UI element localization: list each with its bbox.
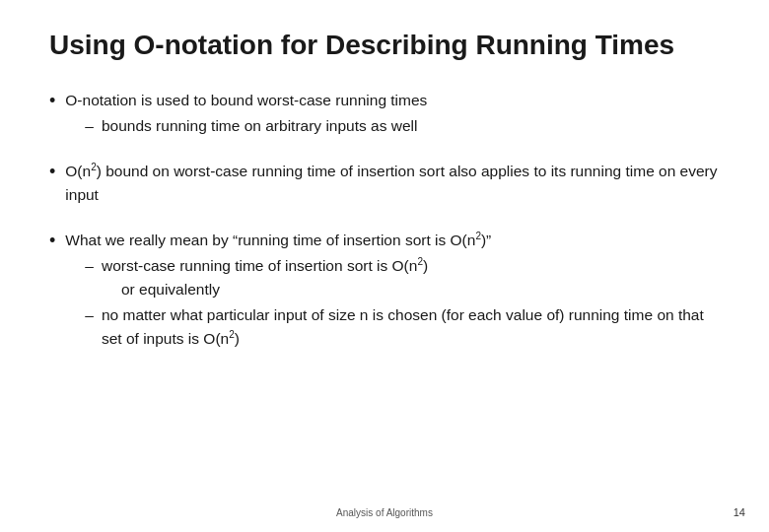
bullet-2-prefix: O(n xyxy=(65,163,91,179)
sub-3-2-prefix: no matter what particular input of size … xyxy=(102,306,704,347)
sub-3-1-prefix: worst-case running time of insertion sor… xyxy=(102,257,417,274)
sub-3-1-line: worst-case running time of insertion sor… xyxy=(102,254,720,278)
bullet-dot-2: • xyxy=(49,160,55,184)
slide: Using O-notation for Describing Running … xyxy=(0,0,769,532)
bullet-dot-1: • xyxy=(49,89,55,113)
dash-3-1: – xyxy=(85,254,94,278)
bullet-text-3: What we really mean by “running time of … xyxy=(65,229,720,351)
bullet-text-2: O(n2) bound on worst-case running time o… xyxy=(65,160,720,207)
dash-1: – xyxy=(85,114,94,138)
sub-text-3-2: no matter what particular input of size … xyxy=(102,303,720,351)
bullet-3-sub2: – no matter what particular input of siz… xyxy=(85,303,720,351)
slide-content: • O-notation is used to bound worst-case… xyxy=(49,89,720,351)
bullet-item-3: • What we really mean by “running time o… xyxy=(49,229,720,351)
bullet-1-sub1: – bounds running time on arbitrary input… xyxy=(85,114,720,138)
bullet-3-main-suffix: )” xyxy=(481,232,491,248)
bullet-item-1: • O-notation is used to bound worst-case… xyxy=(49,89,720,138)
page-number: 14 xyxy=(734,506,745,518)
dash-3-2: – xyxy=(85,303,94,327)
bullet-3-main-prefix: What we really mean by “running time of … xyxy=(65,232,475,248)
bullet-item-2: • O(n2) bound on worst-case running time… xyxy=(49,160,720,207)
bullet-dot-3: • xyxy=(49,229,55,253)
bullet-1-main: O-notation is used to bound worst-case r… xyxy=(65,89,720,112)
sub-text-1: bounds running time on arbitrary inputs … xyxy=(102,114,720,138)
bullet-3-sub1: – worst-case running time of insertion s… xyxy=(85,254,720,301)
sub-3-2-suffix: ) xyxy=(235,330,240,347)
bullet-3-main: What we really mean by “running time of … xyxy=(65,229,720,252)
sub-3-1-suffix: ) xyxy=(423,257,428,274)
bullet-2-suffix: ) bound on worst-case running time of in… xyxy=(65,163,717,203)
slide-title: Using O-notation for Describing Running … xyxy=(49,30,720,61)
bullet-text-1: O-notation is used to bound worst-case r… xyxy=(65,89,720,138)
sub-3-1-indent: or equivalently xyxy=(121,278,720,301)
sub-text-3-1: worst-case running time of insertion sor… xyxy=(102,254,720,301)
slide-footer: Analysis of Algorithms xyxy=(0,507,769,518)
